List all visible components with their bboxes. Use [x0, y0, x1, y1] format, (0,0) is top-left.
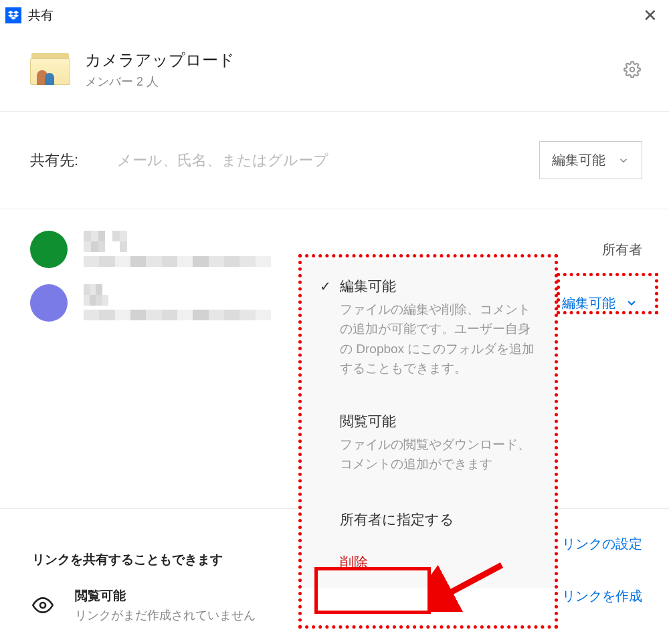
link-view-desc: リンクがまだ作成されていません: [75, 607, 256, 623]
share-input[interactable]: メール、氏名、またはグループ: [97, 150, 539, 171]
permission-select-label: 編集可能: [552, 151, 605, 169]
popup-option-make-owner[interactable]: 所有者に指定する: [301, 498, 555, 541]
close-button[interactable]: ✕: [637, 2, 664, 29]
svg-marker-3: [13, 14, 19, 17]
popup-option-title: 閲覧可能: [340, 412, 396, 431]
avatar: [30, 231, 68, 268]
link-row: 閲覧可能 リンクがまだ作成されていません: [32, 587, 642, 623]
eye-icon: [32, 595, 56, 616]
popup-option-title: 編集可能: [340, 277, 396, 296]
shared-folder-icon: [30, 53, 70, 86]
share-to-row: 共有先: メール、氏名、またはグループ 編集可能: [0, 112, 669, 209]
popup-option-can-edit[interactable]: ✓ 編集可能 ファイルの編集や削除、コメントの追加が可能です。ユーザー自身の D…: [301, 267, 555, 388]
window-title: 共有: [28, 7, 54, 24]
folder-header: カメラアップロード メンバー 2 人: [0, 31, 669, 111]
popup-option-remove[interactable]: 削除: [301, 541, 555, 584]
dropbox-icon: [5, 7, 21, 23]
svg-point-8: [40, 603, 45, 608]
svg-marker-0: [8, 11, 13, 14]
member-role-dropdown[interactable]: 編集可能: [562, 294, 642, 312]
svg-point-5: [630, 68, 635, 72]
link-view-title: 閲覧可能: [75, 587, 256, 605]
checkmark-icon: ✓: [320, 278, 340, 294]
member-role-owner: 所有者: [602, 241, 642, 259]
titlebar: 共有 ✕: [0, 0, 669, 31]
permission-select[interactable]: 編集可能: [539, 141, 642, 179]
link-create-button[interactable]: リンクを作成: [562, 587, 642, 605]
permission-popup: ✓ 編集可能 ファイルの編集や削除、コメントの追加が可能です。ユーザー自身の D…: [301, 259, 555, 588]
chevron-down-icon: [617, 154, 630, 167]
popup-option-title: 削除: [340, 554, 368, 570]
popup-option-can-view[interactable]: 閲覧可能 ファイルの閲覧やダウンロード、コメントの追加ができます: [301, 403, 555, 484]
member-role-label: 編集可能: [562, 294, 615, 312]
folder-member-count: メンバー 2 人: [85, 74, 622, 90]
popup-option-desc: ファイルの閲覧やダウンロード、コメントの追加ができます: [340, 435, 537, 474]
link-settings-button[interactable]: リンクの設定: [562, 535, 642, 553]
chevron-down-icon: [625, 296, 638, 310]
svg-marker-2: [8, 14, 13, 17]
folder-name: カメラアップロード: [85, 49, 622, 71]
settings-button[interactable]: [622, 60, 642, 80]
popup-option-title: 所有者に指定する: [340, 512, 454, 527]
svg-marker-4: [11, 17, 16, 20]
avatar: [30, 284, 68, 322]
share-to-label: 共有先:: [30, 150, 97, 171]
popup-option-desc: ファイルの編集や削除、コメントの追加が可能です。ユーザー自身の Dropbox …: [340, 300, 537, 379]
svg-marker-1: [13, 11, 19, 14]
